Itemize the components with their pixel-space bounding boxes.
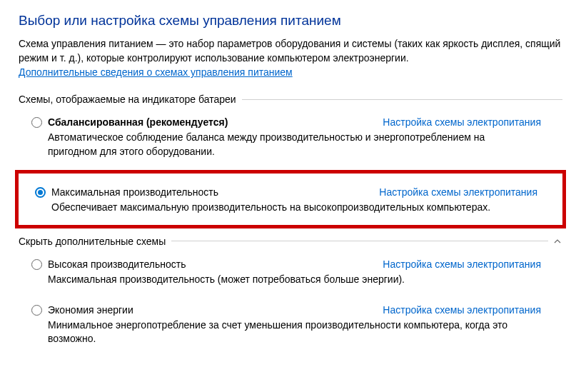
radio-ultimate[interactable] (35, 187, 46, 198)
plan-saver: Экономия энергии Настройка схемы электро… (31, 300, 562, 352)
battery-plans-section: Схемы, отображаемые на индикаторе батаре… (19, 94, 562, 228)
divider (242, 99, 562, 100)
section-label: Схемы, отображаемые на индикаторе батаре… (19, 94, 236, 105)
divider (171, 241, 548, 241)
settings-link-saver[interactable]: Настройка схемы электропитания (383, 304, 541, 316)
plan-balanced: Сбалансированная (рекомендуется) Настрой… (31, 112, 562, 164)
additional-plans-section: Скрыть дополнительные схемы Высокая прои… (19, 236, 562, 352)
chevron-up-icon[interactable] (552, 236, 562, 246)
settings-link-high[interactable]: Настройка схемы электропитания (383, 258, 541, 270)
section-label-additional: Скрыть дополнительные схемы (19, 236, 166, 247)
plan-desc-balanced: Автоматическое соблюдение баланса между … (48, 131, 562, 159)
radio-high[interactable] (31, 259, 42, 270)
plan-name-balanced: Сбалансированная (рекомендуется) (48, 116, 228, 128)
plan-desc-ultimate: Обеспечивает максимальную производительн… (51, 201, 559, 215)
plan-name-ultimate: Максимальная производительность (51, 186, 218, 198)
radio-saver[interactable] (31, 305, 42, 316)
plan-name-saver: Экономия энергии (48, 304, 133, 316)
settings-link-ultimate[interactable]: Настройка схемы электропитания (379, 186, 537, 198)
plan-name-high: Высокая производительность (48, 258, 186, 270)
plan-desc-high: Максимальная производительность (может п… (48, 273, 562, 287)
section-header: Схемы, отображаемые на индикаторе батаре… (19, 94, 562, 105)
plan-high: Высокая производительность Настройка схе… (31, 254, 562, 293)
page-description: Схема управления питанием — это набор па… (19, 37, 562, 65)
section-header-additional: Скрыть дополнительные схемы (19, 236, 562, 247)
plan-ultimate-highlighted: Максимальная производительность Настройк… (15, 170, 566, 228)
radio-balanced[interactable] (31, 117, 42, 128)
more-info-link[interactable]: Дополнительные сведения о схемах управле… (19, 66, 293, 78)
plan-desc-saver: Минимальное энергопотребление за счет ум… (48, 318, 562, 346)
page-title: Выбор или настройка схемы управления пит… (19, 13, 562, 29)
settings-link-balanced[interactable]: Настройка схемы электропитания (383, 116, 541, 128)
